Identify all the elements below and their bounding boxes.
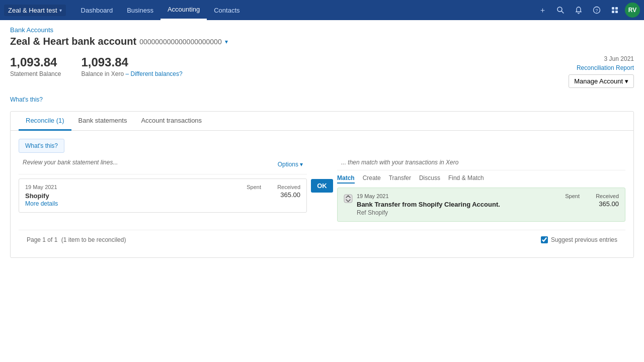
tab-account-transactions[interactable]: Account transactions <box>134 112 209 131</box>
match-tab-transfer[interactable]: Transfer <box>389 174 411 184</box>
more-details-link[interactable]: More details <box>25 200 58 207</box>
account-number: 000000000000000000000 <box>139 38 222 46</box>
statement-line-row: 19 May 2021 Shopify More details Spent R… <box>25 184 300 207</box>
xero-balance-amount: 1,093.84 <box>81 55 182 69</box>
options-button[interactable]: Options ▾ <box>278 159 303 170</box>
right-col-description: ... then match with your transactions in… <box>341 159 458 166</box>
left-column: Review your bank statement lines... Opti… <box>19 159 307 213</box>
account-dropdown-icon[interactable]: ▾ <box>225 38 228 45</box>
account-title-row: Zeal & Heart bank account 00000000000000… <box>0 34 644 55</box>
statement-received-amount: 365.00 <box>265 191 300 199</box>
manage-chevron-icon: ▾ <box>625 77 628 85</box>
xero-balance-label: Balance in Xero – Different balances? <box>81 70 182 77</box>
left-col-header: Review your bank statement lines... Opti… <box>19 159 307 174</box>
main-panel: Reconcile (1) Bank statements Account tr… <box>10 111 634 258</box>
brand-switcher[interactable]: Zeal & Heart test ▾ <box>4 5 66 16</box>
matched-transaction-inner: 19 May 2021 Bank Transfer from Shopify C… <box>344 193 619 216</box>
grid-icon[interactable] <box>607 2 623 18</box>
match-tab-create[interactable]: Create <box>363 174 381 184</box>
whats-this-box[interactable]: What's this? <box>19 139 64 153</box>
nav-dashboard[interactable]: Dashboard <box>74 0 120 20</box>
breadcrumb-link[interactable]: Bank Accounts <box>10 26 53 34</box>
brand-chevron: ▾ <box>59 8 62 13</box>
matched-transaction-card: 19 May 2021 Bank Transfer from Shopify C… <box>337 188 625 222</box>
svg-rect-7 <box>615 11 618 13</box>
reconciliation-report-link[interactable]: Reconciliation Report <box>569 64 634 71</box>
whats-this-link-top[interactable]: What's this? <box>0 96 644 103</box>
balance-date: 3 Jun 2021 <box>569 55 634 62</box>
reconcile-columns: Review your bank statement lines... Opti… <box>19 159 625 222</box>
manage-account-button[interactable]: Manage Account ▾ <box>569 74 634 88</box>
svg-rect-6 <box>612 11 614 13</box>
tab-reconcile[interactable]: Reconcile (1) <box>19 112 71 131</box>
match-tab-find-match[interactable]: Find & Match <box>448 174 484 184</box>
topnav-right: ＋ ? RV <box>534 2 640 18</box>
svg-text:?: ? <box>595 8 598 13</box>
tabs: Reconcile (1) Bank statements Account tr… <box>11 112 633 131</box>
ok-button[interactable]: OK <box>311 179 333 193</box>
right-column: ... then match with your transactions in… <box>337 159 625 222</box>
matched-title: Bank Transfer from Shopify Clearing Acco… <box>357 201 545 208</box>
svg-rect-4 <box>612 7 614 10</box>
match-tab-discuss[interactable]: Discuss <box>419 174 440 184</box>
statement-line-name: Shopify <box>25 192 227 200</box>
different-balances-link[interactable]: – Different balances? <box>125 70 182 77</box>
nav-contacts[interactable]: Contacts <box>207 0 247 20</box>
matched-spent-col: Spent <box>549 193 580 200</box>
page-number: Page 1 of 1 <box>27 236 57 243</box>
match-tab-match[interactable]: Match <box>337 174 355 184</box>
reconcile-footer: Page 1 of 1 (1 item to be reconciled) Su… <box>19 230 625 249</box>
match-tabs: Match Create Transfer Discuss Find & Mat… <box>337 174 625 184</box>
statement-received-col: Received 365.00 <box>265 184 300 199</box>
bell-icon[interactable] <box>571 2 587 18</box>
balance-right: 3 Jun 2021 Reconciliation Report Manage … <box>569 55 634 88</box>
balance-bar: 1,093.84 Statement Balance 1,093.84 Bala… <box>0 55 644 96</box>
statement-line-date: 19 May 2021 <box>25 184 227 190</box>
matched-ref: Ref Shopify <box>357 209 545 216</box>
suggest-previous-entries-label[interactable]: Suggest previous entries <box>541 236 617 243</box>
tab-bank-statements[interactable]: Bank statements <box>71 112 134 131</box>
avatar[interactable]: RV <box>625 3 640 18</box>
reconcile-area: What's this? Review your bank statement … <box>11 131 633 257</box>
help-icon[interactable]: ? <box>589 2 605 18</box>
suggest-previous-entries-checkbox[interactable] <box>541 236 548 243</box>
plus-icon[interactable]: ＋ <box>534 2 550 18</box>
suggest-label: Suggest previous entries <box>551 236 617 243</box>
matched-transaction-info: 19 May 2021 Bank Transfer from Shopify C… <box>357 193 545 216</box>
svg-rect-5 <box>615 7 618 10</box>
right-col-header: ... then match with your transactions in… <box>337 159 625 170</box>
matched-received-amount: 365.00 <box>584 200 619 208</box>
transfer-icon <box>344 194 353 205</box>
statement-line-info: 19 May 2021 Shopify More details <box>25 184 227 207</box>
account-name: Zeal & Heart bank account <box>10 36 136 47</box>
statement-line: 19 May 2021 Shopify More details Spent R… <box>19 178 307 213</box>
matched-received-col: Received 365.00 <box>584 193 619 208</box>
pagination-info: Page 1 of 1 (1 item to be reconciled) <box>27 236 126 243</box>
brand-label: Zeal & Heart test <box>8 7 57 14</box>
statement-balance: 1,093.84 Statement Balance <box>10 55 61 77</box>
reconcile-count: (1 item to be reconciled) <box>61 236 126 243</box>
breadcrumb: Bank Accounts <box>0 20 644 34</box>
nav-accounting[interactable]: Accounting <box>160 0 207 20</box>
svg-line-1 <box>561 11 564 13</box>
matched-date: 19 May 2021 <box>357 193 545 199</box>
statement-spent-col: Spent <box>231 184 261 191</box>
xero-balance: 1,093.84 Balance in Xero – Different bal… <box>81 55 182 77</box>
statement-balance-label: Statement Balance <box>10 70 61 77</box>
ok-divider: OK <box>307 159 337 193</box>
statement-balance-amount: 1,093.84 <box>10 55 61 69</box>
left-col-description: Review your bank statement lines... <box>23 159 118 170</box>
page-content: Bank Accounts Zeal & Heart bank account … <box>0 20 644 362</box>
nav-business[interactable]: Business <box>120 0 160 20</box>
search-icon[interactable] <box>552 2 569 18</box>
top-navigation: Zeal & Heart test ▾ Dashboard Business A… <box>0 0 644 20</box>
options-chevron-icon: ▾ <box>300 161 303 168</box>
